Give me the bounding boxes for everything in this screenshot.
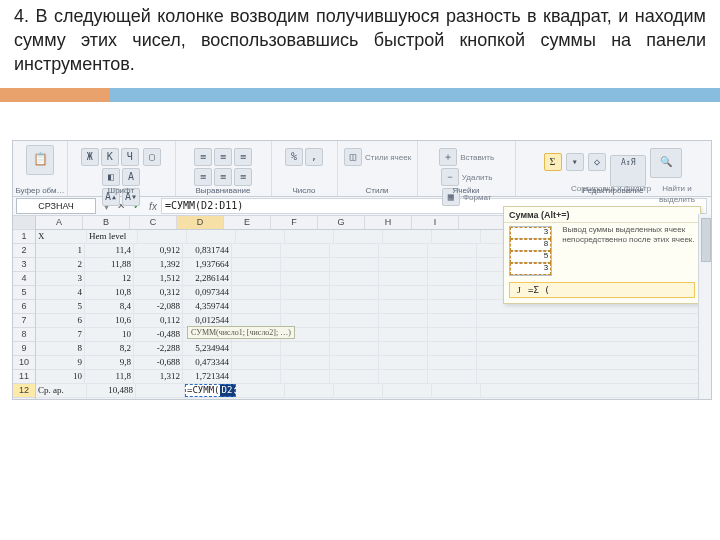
cell[interactable]: 1,937664 bbox=[183, 258, 232, 271]
cell[interactable]: =СУММ(D2:D11) bbox=[185, 384, 236, 397]
row-header[interactable]: 2 bbox=[13, 244, 35, 258]
cell[interactable] bbox=[330, 272, 379, 285]
cell[interactable] bbox=[281, 342, 330, 355]
col-header[interactable]: A bbox=[36, 216, 83, 229]
cell[interactable] bbox=[428, 356, 477, 369]
cell[interactable] bbox=[330, 286, 379, 299]
cell[interactable] bbox=[330, 328, 379, 341]
clear-icon[interactable]: ◇ bbox=[588, 153, 606, 171]
cell[interactable] bbox=[428, 272, 477, 285]
row-header[interactable]: 4 bbox=[13, 272, 35, 286]
cell[interactable]: 1 bbox=[36, 244, 85, 257]
align-center-icon[interactable]: ≡ bbox=[214, 168, 232, 186]
font-color-button[interactable]: A bbox=[122, 168, 140, 186]
cell[interactable] bbox=[334, 384, 383, 397]
cell-styles-icon[interactable]: ◫ bbox=[344, 148, 362, 166]
cell[interactable] bbox=[232, 370, 281, 383]
cell[interactable] bbox=[379, 300, 428, 313]
cell[interactable] bbox=[432, 384, 481, 397]
cell[interactable] bbox=[330, 244, 379, 257]
cell[interactable] bbox=[281, 356, 330, 369]
insert-cells-icon[interactable]: ＋ bbox=[439, 148, 457, 166]
cell[interactable] bbox=[330, 300, 379, 313]
cell[interactable]: Ср_кв_откл bbox=[36, 398, 87, 400]
cell[interactable]: 2,286144 bbox=[183, 272, 232, 285]
cell[interactable] bbox=[285, 230, 334, 243]
cell[interactable] bbox=[330, 342, 379, 355]
cell[interactable] bbox=[428, 244, 477, 257]
cell[interactable] bbox=[332, 398, 381, 400]
cell[interactable]: 12 bbox=[85, 272, 134, 285]
cell[interactable] bbox=[232, 300, 281, 313]
cell[interactable] bbox=[428, 328, 477, 341]
cell[interactable]: 1,312 bbox=[134, 370, 183, 383]
cell[interactable] bbox=[285, 384, 334, 397]
cell[interactable] bbox=[428, 286, 477, 299]
cell[interactable] bbox=[379, 258, 428, 271]
col-header[interactable]: C bbox=[130, 216, 177, 229]
italic-button[interactable]: К bbox=[101, 148, 119, 166]
cell[interactable]: -0,688 bbox=[134, 356, 183, 369]
cell[interactable]: Hem level bbox=[87, 230, 138, 243]
cell[interactable]: -0,488 bbox=[134, 328, 183, 341]
cell[interactable] bbox=[232, 258, 281, 271]
font-controls[interactable]: ЖКЧ ▢◧A A▴A▾ bbox=[71, 147, 171, 207]
cell[interactable]: 1,721344 bbox=[183, 370, 232, 383]
cell[interactable]: 11,4 bbox=[85, 244, 134, 257]
cell[interactable]: 1,392 bbox=[134, 258, 183, 271]
vertical-scrollbar[interactable] bbox=[698, 214, 711, 399]
cell[interactable]: 1,512 bbox=[134, 272, 183, 285]
autosum-button[interactable]: Σ bbox=[544, 153, 562, 171]
delete-cells-icon[interactable]: － bbox=[441, 168, 459, 186]
cell[interactable] bbox=[379, 244, 428, 257]
col-header[interactable]: B bbox=[83, 216, 130, 229]
cell[interactable]: 10,8 bbox=[85, 286, 134, 299]
align-mid-icon[interactable]: ≡ bbox=[214, 148, 232, 166]
cell[interactable] bbox=[232, 356, 281, 369]
cell[interactable] bbox=[185, 398, 234, 400]
cell[interactable]: 11,8 bbox=[85, 370, 134, 383]
row-header[interactable]: 10 bbox=[13, 356, 35, 370]
align-top-icon[interactable]: ≡ bbox=[194, 148, 212, 166]
insert-cells-button[interactable]: Вставить bbox=[460, 153, 494, 162]
col-header[interactable]: D bbox=[177, 216, 224, 229]
cell[interactable]: 11,88 bbox=[85, 258, 134, 271]
cell[interactable]: 10 bbox=[85, 328, 134, 341]
cell[interactable] bbox=[87, 398, 136, 400]
cell[interactable]: 0,912 bbox=[134, 244, 183, 257]
cell[interactable] bbox=[281, 286, 330, 299]
cell[interactable] bbox=[428, 370, 477, 383]
fill-color-button[interactable]: ◧ bbox=[102, 168, 120, 186]
cell[interactable] bbox=[281, 258, 330, 271]
cell[interactable]: -2,088 bbox=[134, 300, 183, 313]
cell[interactable] bbox=[381, 398, 430, 400]
cell[interactable] bbox=[234, 398, 283, 400]
cell[interactable]: 6 bbox=[36, 314, 85, 327]
col-header[interactable]: E bbox=[224, 216, 271, 229]
row-header[interactable]: 1 bbox=[13, 230, 35, 244]
cell[interactable] bbox=[428, 314, 477, 327]
row-header[interactable]: 12 bbox=[13, 384, 35, 398]
cell[interactable]: 8 bbox=[36, 342, 85, 355]
cell[interactable] bbox=[232, 286, 281, 299]
cell[interactable] bbox=[330, 314, 379, 327]
cell[interactable]: 0,312 bbox=[134, 286, 183, 299]
cell[interactable] bbox=[330, 356, 379, 369]
cell[interactable]: 0,097344 bbox=[183, 286, 232, 299]
row-header[interactable]: 9 bbox=[13, 342, 35, 356]
row-header[interactable]: 13 bbox=[13, 398, 35, 400]
cell[interactable]: 2 bbox=[36, 258, 85, 271]
border-button[interactable]: ▢ bbox=[143, 148, 161, 166]
cell[interactable]: -2,288 bbox=[134, 342, 183, 355]
cell[interactable] bbox=[428, 258, 477, 271]
scrollbar-thumb[interactable] bbox=[701, 218, 711, 262]
find-select-button[interactable]: 🔍 bbox=[650, 148, 682, 178]
cell[interactable] bbox=[236, 230, 285, 243]
cell[interactable] bbox=[428, 342, 477, 355]
cell[interactable] bbox=[136, 384, 185, 397]
align-left-icon[interactable]: ≡ bbox=[194, 168, 212, 186]
cell[interactable]: 4 bbox=[36, 286, 85, 299]
row-header[interactable]: 7 bbox=[13, 314, 35, 328]
row-headers[interactable]: 1 2 3 4 5 6 7 8 9 10 11 12 13 14 bbox=[13, 216, 36, 400]
cell[interactable] bbox=[232, 342, 281, 355]
